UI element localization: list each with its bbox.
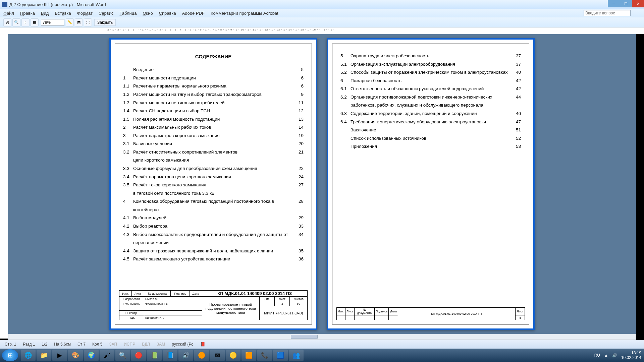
help-search-input[interactable] [584, 10, 631, 16]
menu-help[interactable]: Справка [159, 11, 176, 16]
taskbar-app-2[interactable]: ▶ [52, 350, 67, 361]
taskbar-app-4[interactable]: 🌍 [84, 350, 99, 361]
spellcheck-icon[interactable]: 📕 [200, 342, 205, 347]
menu-tools[interactable]: Сервис [99, 11, 114, 16]
toc-row: 6Пожарная безопасность42 [340, 77, 521, 85]
status-trk: ИСПР [124, 342, 135, 347]
tray-volume-icon[interactable]: 🔊 [612, 353, 617, 358]
document-area[interactable]: СОДЕРЖАНИЕ Введение51Расчет мощности под… [8, 34, 636, 339]
toc-row: 3.2Расчёт относительных сопротивлений эл… [123, 148, 304, 157]
system-tray: RU ▲ 🔊 18:19 10.02.2014 [594, 349, 641, 362]
toc-row: 2Расчет максимальных рабочих токов14 [123, 123, 304, 132]
shrink-button[interactable]: ⬒ [75, 18, 83, 26]
status-page-count: 1/2 [42, 342, 48, 347]
toc-row: 1.4Расчет СН подстанции и выбор ТСН12 [123, 107, 304, 115]
title-block-main: Изм. Лист № документа Подпись Дата КП МД… [119, 290, 308, 320]
taskbar-app-1[interactable]: 📁 [37, 350, 51, 361]
toc-row: Введение5 [123, 66, 304, 74]
menu-adobe-pdf[interactable]: Adobe PDF [182, 11, 205, 16]
horizontal-scrollbar[interactable] [8, 334, 636, 340]
taskbar-app-15[interactable]: 📞 [257, 350, 272, 361]
toc-row: 6.1Ответственность и обязанности руковод… [340, 85, 521, 93]
toc-row: 4.1Выбор модулей29 [123, 214, 304, 222]
scrollbar-thumb[interactable] [291, 335, 318, 339]
status-column: Кол 5 [92, 342, 102, 347]
maximize-button[interactable]: ☐ [620, 0, 632, 7]
toc-row: Приложения53 [340, 142, 521, 151]
toc-row: 6.2Организация противопожарной подготовк… [340, 93, 521, 110]
status-position: На 5,6см [54, 342, 71, 347]
toolbar: 🖨 🔍 ▯ ▦ 📏 ⬒ ⛶ Закрыть [0, 17, 644, 27]
taskbar-app-12[interactable]: ✉ [210, 350, 225, 361]
toc-row: 3.1Базисные условия20 [123, 140, 304, 148]
toc-row: 1.3Расчет мощности не тяговых потребител… [123, 99, 304, 107]
taskbar-app-11[interactable]: 🟠 [194, 350, 209, 361]
taskbar-app-17[interactable]: 👥 [289, 350, 304, 361]
toc-row: 3.4Расчёт параметров цепи короткого замы… [123, 173, 304, 181]
toc-row: цепи короткого замыкания [123, 156, 304, 165]
toc-row: в тяговой сети постоянного тока 3,3 кВ [123, 189, 304, 198]
one-page-button[interactable]: ▯ [21, 18, 30, 26]
close-preview-button[interactable]: Закрыть [94, 19, 116, 26]
taskbar-app-16[interactable]: 🟦 [273, 350, 288, 361]
taskbar-app-3[interactable]: 🎨 [68, 350, 83, 361]
tray-flag-icon[interactable]: ▲ [604, 353, 608, 358]
taskbar-app-8[interactable]: 📗 [147, 350, 162, 361]
menu-insert[interactable]: Вставка [55, 11, 71, 16]
menu-file[interactable]: Файл [3, 11, 14, 16]
status-rec: ЗАП [109, 342, 117, 347]
toc-row: 6.3Содержание территории, зданий, помеще… [340, 110, 521, 118]
ruler-button[interactable]: 📏 [66, 18, 74, 26]
taskbar-app-0[interactable]: 🌐 [21, 350, 36, 361]
page-2: 5Охрана труда и электробезопасность375.1… [327, 38, 535, 330]
menu-edit[interactable]: Правка [20, 11, 35, 16]
horizontal-ruler[interactable]: 3 · 1 · 2 · 1 · 1 · 1 · · · 1 · · 1 · 1 … [0, 27, 644, 34]
close-window-button[interactable]: ✕ [632, 0, 644, 7]
menu-view[interactable]: Вид [41, 11, 49, 16]
status-ext: ВДЛ [142, 342, 150, 347]
toc-row: 1.2Расчет мощности на тягу и выбор тягов… [123, 90, 304, 99]
tray-lang[interactable]: RU [594, 353, 600, 358]
title-block-secondary: Изм. Лист № документа Подпись Дата КП МД… [336, 307, 525, 320]
print-button[interactable]: 🖨 [3, 18, 11, 26]
status-ovr: ЗАМ [157, 342, 165, 347]
status-bar: Стр. 1 Разд 1 1/2 На 5,6см Ст 7 Кол 5 ЗА… [0, 340, 644, 349]
taskbar-app-7[interactable]: 🔴 [131, 350, 146, 361]
word-icon [2, 2, 7, 7]
toc-row: 4.3Выбор высоковольтных предохранителей … [123, 231, 304, 247]
toc-row: 1.5Полная расчетная мощность подстанции1… [123, 115, 304, 124]
toc-row: 3.5Расчёт токов короткого замыкания27 [123, 181, 304, 189]
toc-row: 4Компоновка оборудования тяговых подстан… [123, 197, 304, 214]
zoom-input[interactable] [41, 19, 64, 26]
vertical-ruler[interactable] [0, 34, 8, 339]
taskbar-app-5[interactable]: 🖌 [100, 350, 114, 361]
tray-clock[interactable]: 18:19 10.02.2014 [621, 351, 641, 360]
toc-row: 4.2Выбор реактора33 [123, 222, 304, 231]
toc-row: 4.5Расчёт заземляющего устройства подста… [123, 255, 304, 263]
taskbar-app-13[interactable]: 🟡 [226, 350, 240, 361]
status-page: Стр. 1 [5, 342, 16, 347]
toc-row: 5.1Организация эксплуатации электрообору… [340, 60, 521, 69]
taskbar-app-14[interactable]: 🟧 [241, 350, 256, 361]
toc-row: Заключение51 [340, 126, 521, 134]
toc-row: 1.1Расчетные параметры нормального режим… [123, 82, 304, 90]
status-language: русский (Ро [172, 342, 194, 347]
window-title: Д.2 Содержание КП (просмотр) - Microsoft… [9, 2, 106, 7]
menu-acrobat-comments[interactable]: Комментарии программы Acrobat [211, 11, 278, 16]
toc-row: 1Расчет мощности подстанции6 [123, 74, 304, 82]
menu-format[interactable]: Формат [77, 11, 93, 16]
menu-table[interactable]: Таблица [119, 11, 137, 16]
taskbar-app-9[interactable]: 📘 [163, 350, 177, 361]
menu-window[interactable]: Окно [143, 11, 153, 16]
taskbar-app-6[interactable]: 🔍 [115, 350, 130, 361]
minimize-button[interactable]: ─ [608, 0, 620, 7]
status-line: Ст 7 [77, 342, 86, 347]
page-1: СОДЕРЖАНИЕ Введение51Расчет мощности под… [109, 38, 317, 330]
taskbar: ⊞ 🌐📁▶🎨🌍🖌🔍🔴📗📘🔊🟠✉🟡🟧📞🟦👥 RU ▲ 🔊 18:19 10.02.… [0, 349, 644, 362]
magnify-button[interactable]: 🔍 [12, 18, 20, 26]
multi-page-button[interactable]: ▦ [31, 18, 39, 26]
taskbar-app-10[interactable]: 🔊 [178, 350, 193, 361]
toc-row: 3.3Основные формулы для преобразования с… [123, 165, 304, 173]
start-button[interactable]: ⊞ [2, 349, 18, 361]
fullscreen-button[interactable]: ⛶ [84, 18, 92, 26]
